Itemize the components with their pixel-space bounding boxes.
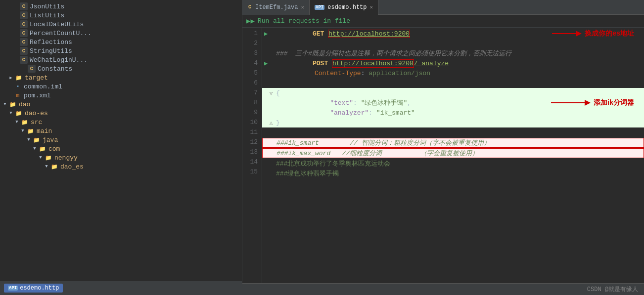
- fold-7-button[interactable]: ▽: [266, 90, 276, 96]
- sidebar-item-src[interactable]: ▼ 📁 src: [0, 118, 242, 126]
- sidebar-item-ListUtils[interactable]: C ListUtils: [0, 11, 242, 20]
- red-arrow-icon: [552, 29, 582, 39]
- api-tab-icon: API: [315, 5, 324, 10]
- file-tree: C JsonUtils C ListUtils C LocalDateUtils…: [0, 0, 242, 281]
- annotation-arrow2: 添加ik分词器: [551, 98, 634, 108]
- red-arrow-icon-2: [551, 98, 591, 108]
- run-all-label: Run all requests in file: [258, 17, 350, 25]
- sidebar-item-label: Constants: [38, 65, 72, 73]
- folder-icon: 📁: [33, 136, 41, 144]
- code-line-1: ▶ GET http://localhost:9200 换成你的es地址: [262, 29, 644, 39]
- url-boxed: http://localhost:9200: [328, 30, 410, 38]
- code-line-11: [262, 127, 644, 137]
- sidebar-item-label: java: [43, 136, 58, 144]
- sidebar-item-label: nengyy: [54, 154, 78, 162]
- class-icon: C: [28, 65, 36, 73]
- sidebar-item-pom-xml[interactable]: m pom.xml: [0, 91, 242, 100]
- folder-icon: 📁: [27, 127, 35, 135]
- sidebar-item-label: common.iml: [24, 83, 62, 90]
- class-icon: C: [20, 11, 28, 19]
- sidebar-item-label: dao: [19, 101, 30, 108]
- chevron-down-icon: ▼: [32, 146, 38, 152]
- class-icon: C: [20, 47, 28, 55]
- sidebar-item-label: main: [37, 127, 52, 135]
- sidebar-item-label: ListUtils: [30, 12, 64, 19]
- chevron-down-icon: ▼: [38, 155, 44, 161]
- close-tab-icon[interactable]: ✕: [301, 4, 304, 10]
- chevron-down-icon: ▼: [14, 119, 20, 125]
- sidebar-item-dao-es-inner[interactable]: ▼ 📁 dao_es: [0, 162, 242, 171]
- sidebar-item-Reflections[interactable]: C Reflections: [0, 38, 242, 46]
- tab-ItemEfm[interactable]: C ItemEfm.java ✕: [242, 0, 310, 15]
- code-line-6: [262, 78, 644, 88]
- sidebar-item-dao[interactable]: ▼ 📁 dao: [0, 100, 242, 109]
- chevron-down-icon: ▼: [20, 128, 26, 134]
- play-icon: ▶▶: [246, 17, 255, 25]
- sidebar-item-JsonUtils[interactable]: C JsonUtils: [0, 2, 242, 11]
- sidebar-item-StringUtils[interactable]: C StringUtils: [0, 46, 242, 55]
- fold-10-button[interactable]: △: [266, 120, 276, 126]
- annotation-text-2: 添加ik分词器: [594, 98, 634, 107]
- comment-green-jade: ###绿色冰种翡翠手镯: [276, 169, 339, 178]
- code-line-12: ###ik_smart // 智能分词：粗粒度分词（字不会被重复使用）: [262, 138, 644, 148]
- folder-icon: 📁: [15, 109, 23, 117]
- code-line-2: [262, 39, 644, 48]
- sidebar-item-dao-es[interactable]: ▼ 📁 dao-es: [0, 109, 242, 118]
- pom-icon: m: [14, 91, 22, 99]
- keyword-get: GET: [313, 30, 328, 38]
- status-text: CSDN @就是有缘人: [587, 285, 638, 294]
- sidebar-item-common-iml[interactable]: ▪ common.iml: [0, 82, 242, 91]
- sidebar-item-label: LocalDateUtils: [30, 21, 84, 28]
- sidebar-item-label: dao-es: [25, 110, 48, 117]
- folder-icon: 📁: [9, 100, 17, 108]
- sidebar-item-WeChatLoginUtils[interactable]: C WeChatLoginU...: [0, 55, 242, 64]
- annotation-arrow1: 换成你的es地址: [552, 29, 634, 39]
- tab-esdemo[interactable]: API esdemo.http ✕: [310, 0, 378, 15]
- close-tab-icon[interactable]: ✕: [369, 4, 373, 10]
- code-line-15: ###绿色冰种翡翠手镯: [262, 169, 644, 178]
- class-tab-icon: C: [247, 4, 252, 10]
- sidebar-item-target[interactable]: ▶ 📁 target: [0, 73, 242, 82]
- sidebar-item-label: PercentCountU...: [30, 30, 92, 37]
- run-line-1-button[interactable]: ▶: [264, 30, 268, 38]
- run-line-4-button[interactable]: ▶: [264, 60, 268, 67]
- sidebar-item-java[interactable]: ▼ 📁 java: [0, 135, 242, 144]
- toolbar: ▶▶ Run all requests in file: [242, 15, 644, 28]
- code-line-5: Content-Type: application/json: [262, 68, 644, 78]
- api-icon: API: [8, 286, 18, 291]
- chevron-down-icon: ▼: [26, 137, 32, 143]
- class-icon: C: [20, 56, 28, 64]
- sidebar-item-label: JsonUtils: [30, 3, 64, 10]
- class-icon: C: [20, 2, 28, 10]
- chevron-down-icon: ▼: [44, 164, 49, 169]
- status-bar: CSDN @就是有缘人: [242, 283, 644, 295]
- folder-icon: 📁: [15, 74, 23, 82]
- close-brace: }: [276, 119, 280, 126]
- sidebar-item-label: Reflections: [30, 39, 72, 46]
- folder-icon: 📁: [21, 118, 29, 126]
- sidebar-item-main[interactable]: ▼ 📁 main: [0, 126, 242, 135]
- sidebar-item-PercentCountUtils[interactable]: C PercentCountU...: [0, 29, 242, 38]
- code-line-9: "analyzer": "ik_smart": [262, 108, 644, 118]
- sidebar-item-Constants[interactable]: C Constants: [0, 64, 242, 73]
- folder-icon: 📁: [39, 145, 46, 153]
- run-all-button[interactable]: ▶▶ Run all requests in file: [246, 17, 350, 25]
- sidebar-item-label: target: [25, 74, 48, 82]
- chevron-down-icon: ▼: [8, 110, 14, 116]
- annotation-text-1: 换成你的es地址: [585, 29, 634, 38]
- bottom-tab-esdemo[interactable]: API esdemo.http: [4, 284, 63, 293]
- sidebar-item-nengyy[interactable]: ▼ 📁 nengyy: [0, 153, 242, 162]
- sidebar: C JsonUtils C ListUtils C LocalDateUtils…: [0, 0, 242, 295]
- code-area: ▶ GET http://localhost:9200 换成你的es地址: [262, 28, 644, 283]
- comment-ik-max: ###ik_max_word //细粒度分词 （字会重复被使用）: [276, 149, 478, 158]
- code-line-10: △ }: [262, 118, 644, 127]
- sidebar-item-label: src: [31, 119, 42, 126]
- class-icon: C: [20, 29, 28, 37]
- comment-beijing: ###北京成功举行了冬季奥林匹克运动会: [276, 159, 390, 168]
- editor-content: 12345 678910 1112131415 ▶ GET http://loc…: [242, 28, 644, 283]
- sidebar-item-label: com: [48, 145, 60, 153]
- url-text: http://localhost:9200: [328, 30, 410, 38]
- sidebar-item-com[interactable]: ▼ 📁 com: [0, 144, 242, 153]
- sidebar-item-LocalDateUtils[interactable]: C LocalDateUtils: [0, 20, 242, 29]
- folder-icon: 📁: [50, 163, 58, 170]
